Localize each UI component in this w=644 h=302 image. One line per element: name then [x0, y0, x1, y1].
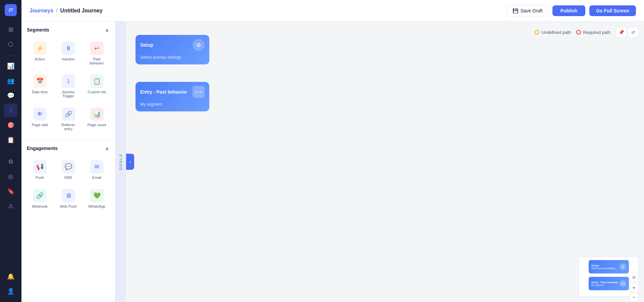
date-time-icon: 📅 [33, 74, 47, 88]
journey-trigger-label: Journey Trigger [57, 90, 79, 98]
nav-alerts[interactable]: ⚠ [4, 199, 17, 213]
breadcrumb-separator: / [56, 8, 57, 14]
mini-map-entry-node: Entry - Past behavior My segment ⟷ [589, 277, 629, 290]
page-visit-icon: 👁 [33, 107, 47, 121]
mini-entry-subtitle: My segment [591, 284, 618, 286]
page-count-label: Page count [88, 123, 106, 127]
custom-list-label: Custom list [88, 90, 106, 94]
email-icon: ✉ [90, 160, 104, 173]
past-behavior-icon: ↩ [90, 42, 104, 55]
referrer-entry-icon: 🔗 [62, 107, 75, 121]
mini-map-setup-node: Setup Define journey settings ⚙ [589, 260, 629, 273]
whatsapp-label: WhatsApp [88, 204, 105, 208]
push-icon: 📢 [33, 160, 47, 173]
segment-item-journey-trigger[interactable]: ⤵ Journey Trigger [55, 71, 81, 101]
engagement-item-email[interactable]: ✉ Email [84, 157, 110, 183]
segment-item-referrer-entry[interactable]: 🔗 Referrer entry [55, 104, 81, 134]
sms-icon: 💬 [62, 160, 75, 173]
nav-user-profile[interactable]: 👤 [4, 285, 17, 298]
segments-title: Segments [27, 27, 49, 33]
segment-item-page-visit[interactable]: 👁 Page visit [27, 104, 53, 134]
setup-node-title: Setup [140, 42, 153, 48]
engagement-item-push[interactable]: 📢 Push [27, 157, 53, 183]
user-avatar[interactable]: JT [5, 4, 17, 16]
nav-notifications[interactable]: 🔔 [4, 270, 17, 283]
goals-strip[interactable]: GOALS [115, 21, 126, 302]
publish-button[interactable]: Publish [552, 5, 586, 16]
canvas-area: Segments ▲ ⚡ Action ⏸ Inaction ↩ Past be… [21, 21, 644, 302]
nav-settings[interactable]: ⚙ [4, 155, 17, 168]
nav-journeys[interactable]: ⤵ [4, 104, 17, 117]
nav-dashboard[interactable]: ⊞ [4, 23, 17, 36]
web-push-icon: 🖥 [62, 189, 75, 202]
mini-node-entry-text: Entry - Past behavior My segment [591, 281, 618, 286]
segment-item-action[interactable]: ⚡ Action [27, 38, 53, 68]
header-actions: 💾 Save Draft Publish Go Full Screen [507, 5, 636, 16]
engagements-collapse-icon[interactable]: ▲ [104, 145, 110, 151]
canvas-controls: 📌 ⇄ [616, 27, 639, 38]
segments-collapse-icon[interactable]: ▲ [104, 27, 110, 33]
nav-users[interactable]: 👥 [4, 74, 17, 88]
entry-node-body: My segment [136, 101, 209, 111]
inaction-icon: ⏸ [62, 42, 75, 55]
entry-node-header: Entry - Past behavior ⟷ [136, 82, 209, 101]
goals-label: GOALS [119, 153, 123, 170]
segment-item-page-count[interactable]: 📊 Page count [84, 104, 110, 134]
canvas-toolbar: Undefined path Required path 📌 ⇄ [535, 27, 639, 38]
segment-item-inaction[interactable]: ⏸ Inaction [55, 38, 81, 68]
engagement-item-webhook[interactable]: 🔗 Webhook [27, 186, 53, 212]
mini-setup-icon: ⚙ [620, 263, 626, 270]
canvas-layout-button[interactable]: ⇄ [628, 27, 639, 38]
custom-list-icon: 📋 [90, 74, 104, 88]
entry-node-icon[interactable]: ⟷ [193, 86, 205, 98]
nav-reports[interactable]: 📋 [4, 133, 17, 147]
setup-node-body: Define journey settings [136, 54, 209, 64]
setup-node[interactable]: Setup ⚙ Define journey settings [136, 35, 209, 64]
web-push-label: Web Push [60, 204, 77, 208]
canvas-pin-button[interactable]: 📌 [616, 27, 627, 38]
engagements-title: Engagements [27, 146, 58, 151]
nav-analytics[interactable]: 📊 [4, 59, 17, 73]
entry-node[interactable]: Entry - Past behavior ⟷ My segment [136, 82, 209, 111]
segment-item-past-behavior[interactable]: ↩ Past behavior [84, 38, 110, 68]
mini-map-zoom-out-button[interactable]: − [629, 293, 639, 302]
breadcrumb: Journeys / Untitled Journey [30, 8, 103, 14]
chevron-right-icon: › [129, 159, 131, 164]
nav-campaigns[interactable]: 🎯 [4, 118, 17, 132]
past-behavior-label: Past behavior [86, 57, 108, 65]
engagement-item-web-push[interactable]: 🖥 Web Push [55, 186, 81, 212]
action-label: Action [35, 57, 45, 61]
webhook-label: Webhook [32, 204, 47, 208]
sms-label: SMS [64, 175, 72, 180]
segment-item-date-time[interactable]: 📅 Date time [27, 71, 53, 101]
engagement-item-sms[interactable]: 💬 SMS [55, 157, 81, 183]
entry-node-title: Entry - Past behavior [140, 89, 187, 95]
nav-messages[interactable]: 💬 [4, 89, 17, 102]
segments-section: Segments ▲ ⚡ Action ⏸ Inaction ↩ Past be… [21, 21, 115, 140]
journey-trigger-icon: ⤵ [62, 74, 75, 88]
breadcrumb-journeys-link[interactable]: Journeys [30, 8, 53, 14]
mini-setup-subtitle: Define journey settings [591, 267, 615, 269]
nav-bookmarks[interactable]: 🔖 [4, 185, 17, 198]
undefined-path-label: Undefined path [541, 30, 571, 35]
action-icon: ⚡ [33, 42, 47, 55]
segment-item-custom-list[interactable]: 📋 Custom list [84, 71, 110, 101]
mini-entry-icon: ⟷ [620, 280, 626, 287]
setup-node-settings-icon[interactable]: ⚙ [193, 39, 205, 51]
setup-node-subtitle: Define journey settings [140, 55, 181, 60]
engagements-grid: 📢 Push 💬 SMS ✉ Email 🔗 Webhook [27, 157, 110, 212]
undefined-path-legend: Undefined path [535, 30, 571, 35]
mini-map-zoom-in-button[interactable]: + [629, 283, 639, 293]
mini-map-target-button[interactable]: ◎ [629, 272, 639, 282]
save-draft-button[interactable]: 💾 Save Draft [507, 5, 548, 16]
push-label: Push [36, 175, 44, 180]
save-draft-label: Save Draft [520, 8, 542, 13]
inaction-label: Inaction [62, 57, 75, 61]
go-full-screen-button[interactable]: Go Full Screen [589, 5, 636, 16]
engagement-item-whatsapp[interactable]: 💚 WhatsApp [84, 186, 110, 212]
nav-targeting[interactable]: ◎ [4, 170, 17, 183]
nav-connections[interactable]: ⬡ [4, 38, 17, 51]
page-count-icon: 📊 [90, 107, 104, 121]
canvas-expand-button[interactable]: › [126, 154, 134, 170]
main-content: Journeys / Untitled Journey 💾 Save Draft… [21, 0, 644, 302]
